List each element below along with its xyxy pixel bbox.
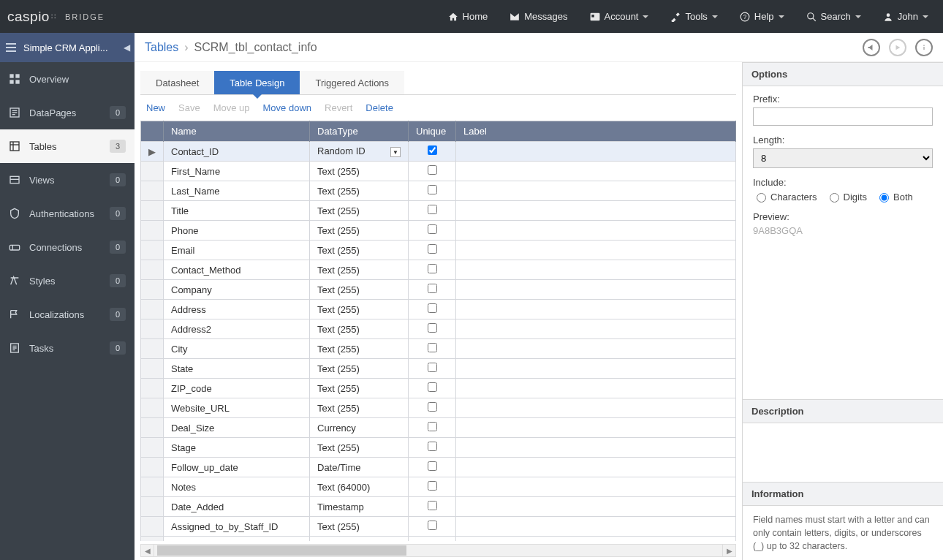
field-label-cell[interactable]: [456, 181, 736, 201]
field-name-cell[interactable]: Website_URL: [164, 398, 310, 418]
field-unique-cell[interactable]: [409, 418, 456, 438]
unique-checkbox[interactable]: [428, 521, 437, 530]
new-row-icon[interactable]: *: [141, 537, 164, 542]
field-unique-cell[interactable]: [409, 300, 456, 319]
field-name-cell[interactable]: Title: [164, 201, 310, 221]
col-datatype-header[interactable]: DataType: [310, 121, 409, 142]
field-unique-cell[interactable]: [409, 359, 456, 379]
field-label-cell[interactable]: [456, 418, 736, 438]
field-type-cell[interactable]: Text (64000): [310, 477, 409, 497]
field-row[interactable]: Last_NameText (255): [141, 181, 736, 201]
unique-checkbox[interactable]: [428, 382, 437, 392]
field-label-cell[interactable]: [456, 221, 736, 241]
breadcrumb-root[interactable]: Tables: [145, 41, 178, 54]
field-unique-cell[interactable]: [409, 319, 456, 339]
field-unique-cell[interactable]: [409, 162, 456, 181]
scroll-right-icon[interactable]: ▶: [722, 545, 735, 556]
unique-checkbox[interactable]: [428, 343, 437, 352]
field-name-cell[interactable]: Last_Name: [164, 181, 310, 201]
field-unique-cell[interactable]: [409, 142, 456, 162]
field-type-cell[interactable]: Text (255): [310, 280, 409, 300]
field-row[interactable]: Date_AddedTimestamp: [141, 497, 736, 517]
sidebar-item-views[interactable]: Views0: [0, 163, 135, 197]
unique-checkbox[interactable]: [428, 185, 437, 194]
field-row[interactable]: Follow_up_dateDate/Time: [141, 458, 736, 477]
col-name-header[interactable]: Name: [164, 121, 310, 142]
field-name-cell[interactable]: Contact_ID: [164, 142, 310, 162]
action-move-down[interactable]: Move down: [263, 102, 311, 113]
collapse-sidebar-icon[interactable]: ◀: [124, 42, 130, 53]
unique-checkbox[interactable]: [428, 422, 437, 431]
field-unique-cell[interactable]: [409, 517, 456, 537]
field-name-cell[interactable]: First_Name: [164, 162, 310, 181]
sidebar-item-connections[interactable]: Connections0: [0, 230, 135, 264]
sidebar-item-authentications[interactable]: Authentications0: [0, 197, 135, 230]
row-handle[interactable]: [141, 319, 164, 339]
unique-checkbox[interactable]: [428, 165, 437, 175]
nav-help[interactable]: ? Help: [740, 11, 784, 22]
field-type-cell[interactable]: Text (255): [310, 379, 409, 398]
field-type-cell[interactable]: Text (255): [310, 359, 409, 379]
include-option-digits[interactable]: Digits: [826, 191, 868, 203]
field-unique-cell[interactable]: [409, 260, 456, 280]
new-field-row[interactable]: *: [141, 537, 736, 542]
field-name-cell[interactable]: Contact_Method: [164, 260, 310, 280]
row-handle[interactable]: [141, 181, 164, 201]
field-row[interactable]: Address2Text (255): [141, 319, 736, 339]
field-label-cell[interactable]: [456, 319, 736, 339]
field-unique-cell[interactable]: [409, 201, 456, 221]
row-handle[interactable]: [141, 359, 164, 379]
field-unique-cell[interactable]: [409, 280, 456, 300]
scroll-thumb[interactable]: [157, 545, 406, 556]
unique-checkbox[interactable]: [428, 205, 437, 214]
unique-checkbox[interactable]: [428, 442, 437, 451]
field-name-cell[interactable]: Company: [164, 280, 310, 300]
field-row[interactable]: Website_URLText (255): [141, 398, 736, 418]
nav-home[interactable]: Home: [448, 11, 488, 22]
field-unique-cell[interactable]: [409, 241, 456, 260]
field-name-cell[interactable]: City: [164, 339, 310, 359]
row-handle[interactable]: [141, 517, 164, 537]
unique-checkbox[interactable]: [428, 501, 437, 510]
row-handle[interactable]: [141, 497, 164, 517]
row-handle[interactable]: [141, 398, 164, 418]
include-option-characters[interactable]: Characters: [753, 191, 817, 203]
field-type-cell[interactable]: Text (255): [310, 517, 409, 537]
unique-checkbox[interactable]: [428, 284, 437, 293]
field-name-cell[interactable]: Notes: [164, 477, 310, 497]
field-label-cell[interactable]: [456, 497, 736, 517]
field-row[interactable]: NotesText (64000): [141, 477, 736, 497]
unique-checkbox[interactable]: [428, 481, 437, 491]
unique-checkbox[interactable]: [428, 303, 437, 313]
field-label-cell[interactable]: [456, 379, 736, 398]
datatype-dropdown-icon[interactable]: ▼: [390, 147, 401, 157]
row-handle[interactable]: [141, 379, 164, 398]
field-row[interactable]: Assigned_to_by_Staff_IDText (255): [141, 517, 736, 537]
unique-checkbox[interactable]: [428, 363, 437, 372]
row-handle[interactable]: [141, 260, 164, 280]
row-handle[interactable]: ▶: [141, 142, 164, 162]
col-label-header[interactable]: Label: [456, 121, 736, 142]
field-label-cell[interactable]: [456, 142, 736, 162]
field-label-cell[interactable]: [456, 517, 736, 537]
row-handle[interactable]: [141, 418, 164, 438]
unique-checkbox[interactable]: [428, 224, 437, 234]
announce-icon[interactable]: [863, 39, 880, 56]
field-row[interactable]: Deal_SizeCurrency: [141, 418, 736, 438]
field-name-cell[interactable]: Stage: [164, 438, 310, 458]
field-name-cell[interactable]: [164, 537, 310, 542]
field-label-cell[interactable]: [456, 162, 736, 181]
field-type-cell[interactable]: Text (255): [310, 438, 409, 458]
field-unique-cell[interactable]: [409, 339, 456, 359]
field-type-cell[interactable]: Text (255): [310, 398, 409, 418]
field-row[interactable]: CityText (255): [141, 339, 736, 359]
row-handle[interactable]: [141, 438, 164, 458]
field-unique-cell[interactable]: [409, 477, 456, 497]
horizontal-scrollbar[interactable]: ◀ ▶: [140, 544, 736, 557]
row-handle[interactable]: [141, 477, 164, 497]
field-type-cell[interactable]: Text (255): [310, 319, 409, 339]
field-name-cell[interactable]: Date_Added: [164, 497, 310, 517]
sidebar-item-localizations[interactable]: Localizations0: [0, 298, 135, 331]
field-type-cell[interactable]: Text (255): [310, 260, 409, 280]
field-row[interactable]: EmailText (255): [141, 241, 736, 260]
